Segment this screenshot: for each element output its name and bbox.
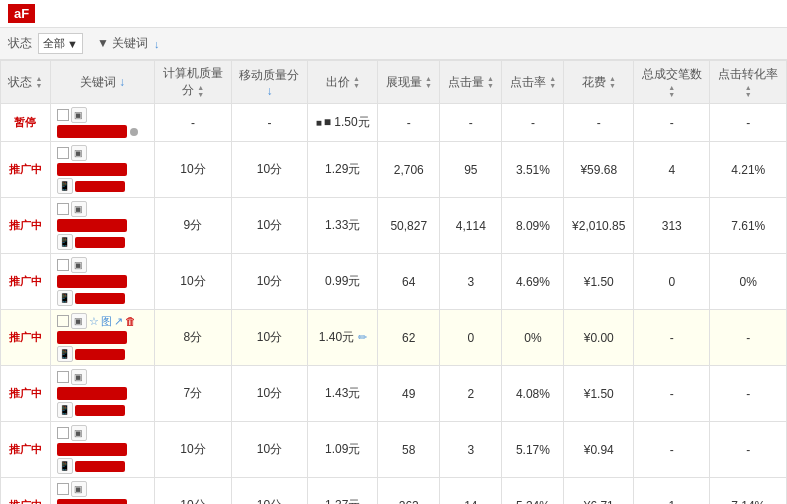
bid-cell: 1.43元 (308, 366, 378, 422)
status-badge: 推广中 (9, 387, 42, 399)
status-cell: 推广中 (1, 422, 51, 478)
image-icon[interactable]: 图 (101, 314, 112, 329)
pc-quality-cell: 8分 (155, 310, 231, 366)
conv-rate-cell: - (710, 310, 787, 366)
table-row: 推广中▣☆图↗🗑📱8分10分1.40元 ✏6200%¥0.00-- (1, 310, 787, 366)
bid-icon: ■ (316, 117, 322, 128)
mobile-quality-cell: 10分 (231, 142, 307, 198)
conv-rate-cell: 0% (710, 254, 787, 310)
mobile-icon: 📱 (57, 346, 73, 362)
bid-cell: 1.29元 (308, 142, 378, 198)
status-dot (130, 128, 138, 136)
pc-icon: ▣ (71, 257, 87, 273)
row-checkbox[interactable] (57, 427, 69, 439)
mobile-icon: 📱 (57, 402, 73, 418)
keyword-cell: ▣ (50, 104, 155, 142)
ctr-cell: 0% (502, 310, 564, 366)
col-cost: 花费 ▲▼ (564, 61, 634, 104)
conversions-cell: - (634, 104, 710, 142)
ctr-cell: 3.51% (502, 142, 564, 198)
mobile-icon: 📱 (57, 178, 73, 194)
pc-icon: ▣ (71, 201, 87, 217)
status-cell: 推广中 (1, 366, 51, 422)
pc-quality-cell: 9分 (155, 198, 231, 254)
row-checkbox[interactable] (57, 203, 69, 215)
col-conversions: 总成交笔数▲▼ (634, 61, 710, 104)
pc-quality-cell: - (155, 104, 231, 142)
clicks-cell: 3 (440, 422, 502, 478)
keyword-cell: ▣📱 (50, 254, 155, 310)
pc-icon: ▣ (71, 481, 87, 497)
pc-quality-cell: 10分 (155, 142, 231, 198)
af-logo: aF (8, 4, 35, 23)
ctr-cell: 8.09% (502, 198, 564, 254)
table-row: 推广中▣📱7分10分1.43元4924.08%¥1.50-- (1, 366, 787, 422)
keyword-filter-label: ▼ 关键词 (97, 35, 148, 52)
cost-cell: ¥1.50 (564, 366, 634, 422)
keyword-text (57, 125, 149, 138)
keyword-cell: ▣📱 (50, 422, 155, 478)
main-container: aF 状态 全部 ▼ ▼ 关键词 ↓ 状态 ▲▼ 关键词 ↓ 计算机质量分 ▲▼… (0, 0, 787, 504)
impressions-cell: 262 (378, 478, 440, 505)
cost-cell: ¥59.68 (564, 142, 634, 198)
clicks-cell: 2 (440, 366, 502, 422)
edit-bid-icon[interactable]: ✏ (358, 331, 367, 343)
keyword-cell: ▣📱 (50, 478, 155, 505)
conversions-cell: - (634, 422, 710, 478)
bid-cell: 1.33元 (308, 198, 378, 254)
delete-icon[interactable]: 🗑 (125, 315, 136, 327)
impressions-cell: 50,827 (378, 198, 440, 254)
status-filter-label: 状态 (8, 35, 32, 52)
row-checkbox[interactable] (57, 259, 69, 271)
ctr-cell: 5.34% (502, 478, 564, 505)
table-header: 状态 ▲▼ 关键词 ↓ 计算机质量分 ▲▼ 移动质量分↓ 出价 ▲▼ 展现量 ▲… (1, 61, 787, 104)
status-badge: 推广中 (9, 163, 42, 175)
table-row: 推广中▣📱10分10分1.29元2,706953.51%¥59.6844.21% (1, 142, 787, 198)
col-keyword: 关键词 ↓ (50, 61, 155, 104)
row-checkbox[interactable] (57, 371, 69, 383)
row-checkbox[interactable] (57, 483, 69, 495)
table-row: 推广中▣📱10分10分0.99元6434.69%¥1.5000% (1, 254, 787, 310)
mobile-quality-cell: 10分 (231, 366, 307, 422)
cost-cell: ¥1.50 (564, 254, 634, 310)
pc-icon: ▣ (71, 425, 87, 441)
col-bid: 出价 ▲▼ (308, 61, 378, 104)
impressions-cell: 62 (378, 310, 440, 366)
pc-icon: ▣ (71, 313, 87, 329)
row-checkbox[interactable] (57, 315, 69, 327)
trend-icon[interactable]: ↗ (114, 315, 123, 328)
mobile-quality-cell: 10分 (231, 422, 307, 478)
favorite-icon[interactable]: ☆ (89, 315, 99, 328)
impressions-cell: 64 (378, 254, 440, 310)
pc-quality-cell: 10分 (155, 478, 231, 505)
bid-cell: 1.40元 ✏ (308, 310, 378, 366)
sort-indicator: ↓ (154, 38, 160, 50)
conv-rate-cell: 7.14% (710, 478, 787, 505)
status-badge: 推广中 (9, 275, 42, 287)
status-filter-select[interactable]: 全部 ▼ (38, 33, 83, 54)
mobile-quality-cell: 10分 (231, 310, 307, 366)
status-cell: 推广中 (1, 310, 51, 366)
keyword-cell: ▣📱 (50, 198, 155, 254)
mobile-quality-cell: 10分 (231, 478, 307, 505)
pc-quality-cell: 7分 (155, 366, 231, 422)
conv-rate-cell: - (710, 104, 787, 142)
row-checkbox[interactable] (57, 109, 69, 121)
conv-rate-cell: - (710, 366, 787, 422)
clicks-cell: 95 (440, 142, 502, 198)
conversions-cell: 313 (634, 198, 710, 254)
keyword-cell: ▣☆图↗🗑📱 (50, 310, 155, 366)
clicks-cell: 4,114 (440, 198, 502, 254)
status-cell: 推广中 (1, 478, 51, 505)
row-checkbox[interactable] (57, 147, 69, 159)
status-cell: 推广中 (1, 254, 51, 310)
status-cell: 推广中 (1, 142, 51, 198)
keyword-text (57, 499, 149, 504)
status-cell: 推广中 (1, 198, 51, 254)
col-mobile-quality: 移动质量分↓ (231, 61, 307, 104)
table-body: 暂停▣--■■ 1.50元------推广中▣📱10分10分1.29元2,706… (1, 104, 787, 505)
bid-cell: 1.09元 (308, 422, 378, 478)
impressions-cell: 58 (378, 422, 440, 478)
pc-quality-cell: 10分 (155, 422, 231, 478)
conversions-cell: 1 (634, 478, 710, 505)
